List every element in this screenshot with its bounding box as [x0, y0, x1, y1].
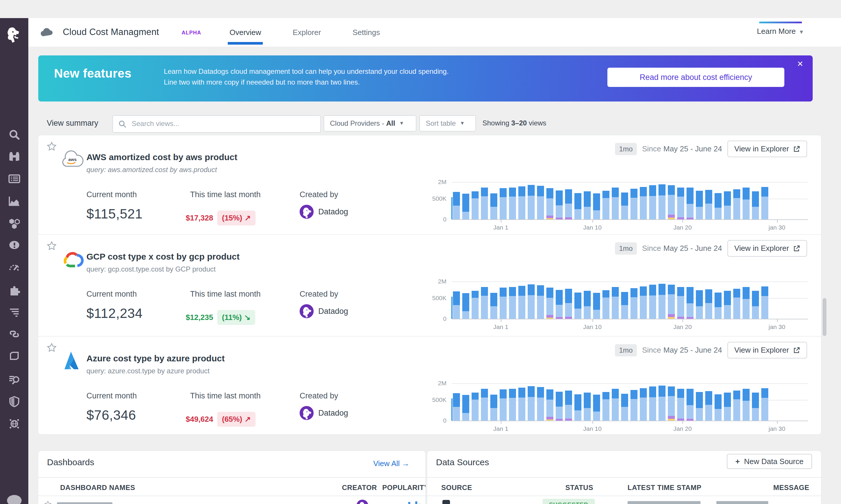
- filter-lines-icon[interactable]: [7, 305, 21, 319]
- seg-dark: [546, 188, 553, 198]
- seg-dark: [574, 292, 581, 309]
- star-icon[interactable]: [44, 501, 52, 504]
- cost-bar: [453, 291, 460, 319]
- svg-text:aws: aws: [68, 157, 76, 162]
- log-search-icon[interactable]: [7, 373, 21, 386]
- user-avatar[interactable]: [7, 495, 22, 504]
- hexagons-icon[interactable]: [7, 216, 21, 230]
- cost-bar: [500, 188, 507, 219]
- seg-dark: [574, 394, 581, 410]
- cost-bar: [574, 193, 581, 219]
- shield-icon[interactable]: [7, 395, 21, 408]
- seg-dark: [602, 392, 610, 399]
- cost-chart[interactable]: 2M500K0Jan 1Jan 10Jan 20jan 30: [452, 383, 814, 420]
- created-by-label: Created by: [299, 190, 338, 199]
- cost-bar: [621, 193, 628, 219]
- seg-yellow: [668, 317, 675, 319]
- seg-purple: [565, 217, 572, 219]
- seg-light: [743, 299, 750, 319]
- notebook-icon[interactable]: [7, 349, 21, 363]
- cost-bar: [761, 286, 768, 319]
- current-month-value: $115,521: [86, 206, 142, 222]
- alert-circle-icon[interactable]: [7, 238, 21, 252]
- delta-pill: (11%)↘: [217, 310, 255, 325]
- seg-dark: [490, 193, 497, 207]
- col-latest-timestamp[interactable]: LATEST TIME STAMP: [628, 484, 701, 492]
- col-popularity[interactable]: POPULARITY: [382, 484, 426, 492]
- seg-dark: [724, 191, 731, 205]
- seg-dark: [471, 393, 479, 400]
- x-tick: [683, 319, 683, 322]
- seg-light: [761, 197, 768, 219]
- dashboard-list-icon[interactable]: [7, 172, 21, 185]
- cost-bar: [724, 191, 731, 219]
- seg-light: [537, 296, 544, 319]
- view-in-explorer-button[interactable]: View in Explorer: [727, 141, 807, 157]
- seg-light: [696, 306, 703, 319]
- cost-chart[interactable]: 2M500K0Jan 1Jan 10Jan 20jan 30: [452, 282, 814, 319]
- search-views-input[interactable]: [131, 116, 313, 131]
- seg-dark: [565, 289, 572, 303]
- col-message[interactable]: MESSAGE: [773, 484, 809, 492]
- seg-dark: [462, 293, 469, 311]
- seg-light: [705, 303, 712, 319]
- star-icon[interactable]: [47, 141, 57, 152]
- learn-more-dropdown[interactable]: Learn More▼: [745, 22, 816, 42]
- seg-dark: [612, 287, 619, 296]
- trend-arrow-icon: ↘: [244, 313, 251, 322]
- popularity-bars: [405, 500, 421, 504]
- cost-bar: [462, 395, 469, 420]
- x-tick: [777, 319, 778, 322]
- x-axis-label: Jan 1: [493, 224, 508, 231]
- seg-dark: [696, 290, 703, 306]
- y-axis-label: 500K: [416, 294, 446, 302]
- new-data-source-button[interactable]: + New Data Source: [727, 454, 812, 469]
- cost-bar: [621, 292, 628, 319]
- metrics-chart-icon[interactable]: [7, 194, 21, 208]
- network-globe-icon[interactable]: [7, 417, 21, 431]
- seg-light: [528, 397, 535, 420]
- tab-settings[interactable]: Settings: [351, 19, 382, 46]
- seg-dark: [649, 185, 656, 196]
- seg-dark: [584, 291, 591, 306]
- cost-bar: [471, 291, 479, 319]
- seg-dark: [705, 190, 712, 203]
- view-meta: 1mo SinceMay 25 - June 24 View in Explor…: [615, 141, 807, 157]
- view-query: query: aws.amortized.cost by aws.product: [86, 166, 217, 174]
- cloud-cost-management-page: Cloud Cost Managment ALPHA Overview Expl…: [0, 0, 841, 504]
- col-status[interactable]: STATUS: [565, 484, 593, 492]
- binoculars-icon[interactable]: [7, 150, 21, 163]
- seg-dark: [556, 392, 563, 407]
- link-icon[interactable]: [7, 327, 21, 341]
- cost-bar: [602, 191, 610, 219]
- read-more-button[interactable]: Read more about cost efficiency: [607, 68, 784, 87]
- star-icon[interactable]: [47, 241, 57, 251]
- close-icon[interactable]: ✕: [797, 60, 803, 68]
- view-in-explorer-button[interactable]: View in Explorer: [727, 240, 807, 257]
- view-title: AWS amortized cost by aws product: [86, 152, 237, 162]
- seg-dark: [528, 284, 535, 295]
- tab-explorer[interactable]: Explorer: [291, 19, 323, 46]
- col-dashboard-names[interactable]: DASHBOARD NAMES: [60, 484, 135, 492]
- puzzle-icon[interactable]: [7, 283, 21, 296]
- sort-table-dropdown[interactable]: Sort table ▼: [419, 115, 476, 131]
- col-creator[interactable]: CREATOR: [342, 484, 377, 492]
- seg-light: [649, 397, 656, 421]
- seg-light: [565, 303, 572, 317]
- cost-chart[interactable]: 2M500K0Jan 1Jan 10Jan 20jan 30: [452, 182, 814, 219]
- creator-name: Datadog: [318, 307, 348, 316]
- seg-light: [500, 296, 507, 319]
- star-icon[interactable]: [47, 342, 57, 353]
- cloud-icon: [40, 28, 53, 37]
- col-source[interactable]: SOURCE: [441, 484, 472, 492]
- gauge-icon[interactable]: [7, 261, 21, 274]
- external-link-icon: [793, 245, 800, 252]
- range-badge: 1mo: [615, 344, 637, 356]
- datadog-logo-icon[interactable]: [5, 26, 23, 44]
- scrollbar-thumb[interactable]: [823, 298, 826, 336]
- cost-bar: [724, 291, 731, 319]
- view-all-link[interactable]: View All →: [373, 459, 409, 468]
- view-in-explorer-button[interactable]: View in Explorer: [727, 342, 807, 358]
- cloud-providers-dropdown[interactable]: Cloud Providers -All ▼: [324, 115, 416, 131]
- tab-overview[interactable]: Overview: [228, 19, 263, 46]
